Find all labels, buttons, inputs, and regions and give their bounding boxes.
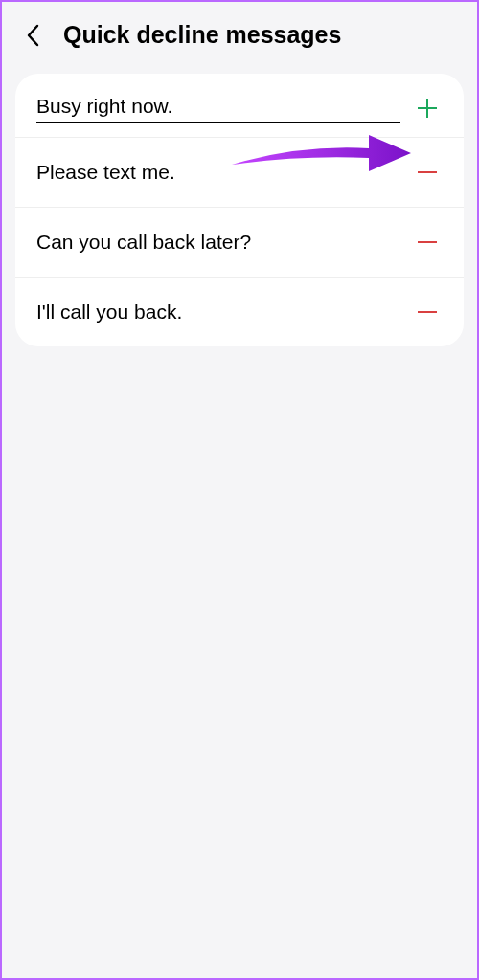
remove-message-button[interactable] <box>412 157 443 188</box>
plus-icon <box>415 96 440 121</box>
message-text: Can you call back later? <box>36 231 251 254</box>
remove-message-button[interactable] <box>412 297 443 327</box>
add-message-button[interactable] <box>412 93 443 123</box>
page-title: Quick decline messages <box>63 21 341 49</box>
messages-card: Busy right now. Please text me. Can you … <box>15 74 464 346</box>
minus-icon <box>415 160 440 185</box>
message-row: Please text me. <box>15 137 464 207</box>
back-button[interactable] <box>21 23 46 48</box>
message-row: Can you call back later? <box>15 207 464 277</box>
new-message-input[interactable]: Busy right now. <box>36 95 400 122</box>
input-row: Busy right now. <box>15 74 464 137</box>
remove-message-button[interactable] <box>412 227 443 257</box>
minus-icon <box>415 230 440 255</box>
input-value: Busy right now. <box>36 95 400 122</box>
chevron-left-icon <box>25 22 42 49</box>
message-text: I'll call you back. <box>36 301 182 323</box>
minus-icon <box>415 300 440 324</box>
message-text: Please text me. <box>36 161 175 184</box>
message-row: I'll call you back. <box>15 277 464 346</box>
header: Quick decline messages <box>2 2 477 64</box>
